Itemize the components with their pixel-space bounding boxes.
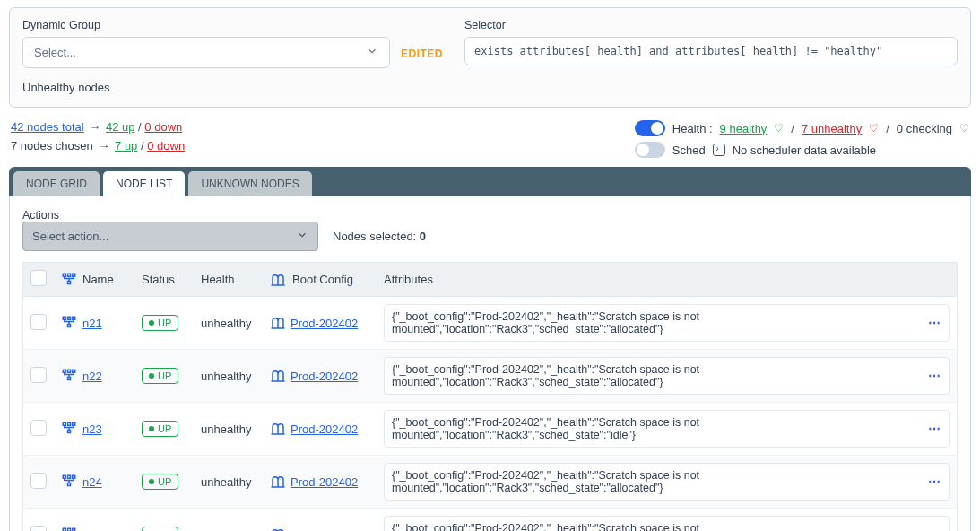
svg-rect-10 xyxy=(73,370,75,372)
boot-icon xyxy=(269,368,287,384)
health-cell: unhealthy xyxy=(194,509,262,532)
dynamic-group-value: Select... xyxy=(34,46,76,59)
row-checkbox[interactable] xyxy=(30,473,47,489)
row-menu-icon[interactable]: ⋯ xyxy=(928,527,941,531)
node-link[interactable]: n25 xyxy=(82,528,102,532)
nodes-table: Name Status Health Boot Config Attribute… xyxy=(22,262,958,531)
table-row: n24UPunhealthyProd-202402{"_boot_config"… xyxy=(23,456,958,509)
attributes-box: {"_boot_config":"Prod-202402","_health":… xyxy=(384,516,950,531)
svg-rect-17 xyxy=(68,475,71,478)
attributes-text: {"_boot_config":"Prod-202402","_health":… xyxy=(392,469,928,494)
col-status: Status xyxy=(134,263,194,297)
row-checkbox[interactable] xyxy=(30,367,47,383)
row-menu-icon[interactable]: ⋯ xyxy=(928,422,941,436)
node-link[interactable]: n22 xyxy=(82,370,102,383)
sched-icon xyxy=(713,144,725,156)
node-icon xyxy=(61,368,77,384)
attributes-text: {"_boot_config":"Prod-202402","_health":… xyxy=(392,363,928,388)
edited-badge: EDITED xyxy=(401,48,443,60)
boot-icon xyxy=(269,272,287,288)
node-icon xyxy=(61,474,77,490)
boot-config-link[interactable]: Prod-202402 xyxy=(291,528,358,532)
health-cell: unhealthy xyxy=(194,403,262,456)
node-icon xyxy=(61,527,77,531)
col-boot: Boot Config xyxy=(292,273,353,286)
svg-rect-15 xyxy=(68,431,71,433)
svg-rect-6 xyxy=(73,317,75,319)
node-link[interactable]: n21 xyxy=(82,317,102,330)
heart-broken-icon: ♡ xyxy=(869,122,879,135)
svg-rect-9 xyxy=(68,370,71,372)
health-toggle[interactable] xyxy=(635,120,665,136)
row-checkbox[interactable] xyxy=(30,420,47,436)
row-checkbox[interactable] xyxy=(30,526,47,532)
status-badge: UP xyxy=(142,421,178,437)
boot-config-link[interactable]: Prod-202402 xyxy=(291,370,358,383)
selector-label: Selector xyxy=(464,19,958,31)
chosen-nodes-text: 7 nodes chosen xyxy=(11,139,93,152)
dynamic-group-label: Dynamic Group xyxy=(22,19,443,31)
total-nodes-link[interactable]: 42 nodes total xyxy=(11,120,84,134)
svg-rect-11 xyxy=(68,378,71,380)
boot-config-link[interactable]: Prod-202402 xyxy=(291,317,358,330)
health-label: Health : xyxy=(672,122,713,135)
tab-node-grid[interactable]: NODE GRID xyxy=(13,171,100,196)
health-checking-text: 0 checking xyxy=(897,122,952,135)
boot-config-link[interactable]: Prod-202402 xyxy=(291,475,358,489)
node-icon xyxy=(61,421,77,437)
actions-placeholder: Select action... xyxy=(32,230,108,243)
svg-rect-2 xyxy=(73,274,75,276)
node-link[interactable]: n23 xyxy=(82,422,102,436)
total-up-link[interactable]: 42 up xyxy=(106,120,135,134)
attributes-text: {"_boot_config":"Prod-202402","_health":… xyxy=(392,522,928,531)
node-icon xyxy=(61,315,77,331)
health-healthy-link[interactable]: 9 healthy xyxy=(720,122,768,135)
health-cell: unhealthy xyxy=(194,456,262,509)
tab-unknown-nodes[interactable]: UNKNOWN NODES xyxy=(188,171,311,196)
row-checkbox[interactable] xyxy=(30,314,47,330)
boot-config-link[interactable]: Prod-202402 xyxy=(291,422,358,436)
svg-rect-1 xyxy=(68,274,71,276)
attributes-text: {"_boot_config":"Prod-202402","_health":… xyxy=(392,416,928,441)
actions-select[interactable]: Select action... xyxy=(22,222,318,251)
svg-rect-19 xyxy=(68,483,71,486)
attributes-box: {"_boot_config":"Prod-202402","_health":… xyxy=(384,357,950,395)
boot-icon xyxy=(269,315,287,331)
sched-toggle[interactable] xyxy=(635,142,665,158)
boot-icon xyxy=(269,527,287,531)
node-link[interactable]: n24 xyxy=(82,475,102,489)
health-unhealthy-link[interactable]: 7 unhealthy xyxy=(802,122,862,135)
tabs-bar: NODE GRID NODE LIST UNKNOWN NODES xyxy=(9,167,971,196)
attributes-box: {"_boot_config":"Prod-202402","_health":… xyxy=(384,463,950,501)
node-icon xyxy=(61,272,77,288)
svg-rect-16 xyxy=(63,475,65,478)
select-all-checkbox[interactable] xyxy=(30,270,47,286)
dynamic-group-select[interactable]: Select... xyxy=(22,37,390,68)
svg-rect-4 xyxy=(63,317,65,319)
row-menu-icon[interactable]: ⋯ xyxy=(928,316,941,330)
row-menu-icon[interactable]: ⋯ xyxy=(928,369,941,383)
svg-rect-7 xyxy=(68,325,71,327)
table-row: n21UPunhealthyProd-202402{"_boot_config"… xyxy=(23,297,958,350)
status-badge: UP xyxy=(142,315,178,331)
table-row: n23UPunhealthyProd-202402{"_boot_config"… xyxy=(23,403,958,456)
svg-rect-18 xyxy=(73,475,75,478)
attributes-box: {"_boot_config":"Prod-202402","_health":… xyxy=(384,410,950,448)
filter-subline: Unhealthy nodes xyxy=(22,81,958,94)
svg-rect-14 xyxy=(73,422,75,425)
selector-input[interactable] xyxy=(464,37,958,65)
chosen-up-link[interactable]: 7 up xyxy=(115,139,137,152)
chosen-down-link[interactable]: 0 down xyxy=(147,139,185,152)
total-down-link[interactable]: 0 down xyxy=(144,120,182,134)
status-badge: UP xyxy=(142,527,178,531)
table-row: n25UPunhealthyProd-202402{"_boot_config"… xyxy=(23,509,958,532)
actions-label: Actions xyxy=(22,209,958,222)
table-row: n22UPunhealthyProd-202402{"_boot_config"… xyxy=(23,350,958,403)
svg-rect-13 xyxy=(68,422,71,425)
tab-body: Actions Select action... Nodes selected:… xyxy=(9,196,971,531)
tab-node-list[interactable]: NODE LIST xyxy=(103,171,185,196)
row-menu-icon[interactable]: ⋯ xyxy=(928,474,941,489)
boot-icon xyxy=(269,421,287,437)
svg-rect-3 xyxy=(68,281,71,283)
heart-checking-icon: ♡ xyxy=(959,122,969,135)
